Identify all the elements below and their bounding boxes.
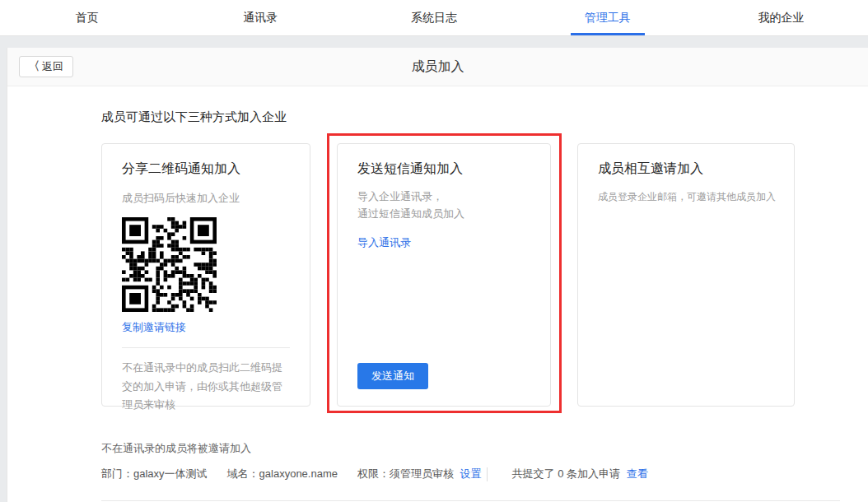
domain-value: galaxyone.name [259, 467, 338, 480]
page-panel: 〈 返回 成员加入 成员可通过以下三种方式加入企业 分享二维码通知加入 成员扫码… [7, 48, 868, 502]
tab-admin-tools-label: 管理工具 [585, 11, 631, 26]
page-header: 〈 返回 成员加入 [7, 48, 868, 86]
settings-link[interactable]: 设置 [460, 467, 482, 481]
qr-card-note: 不在通讯录中的成员扫此二维码提交的加入申请，由你或其他超级管理员来审核 [122, 359, 290, 413]
tab-home[interactable]: 首页 [0, 0, 174, 35]
permission-info: 权限：须管理员审核 设置 [357, 467, 482, 481]
domain-info: 域名：galaxyone.name [227, 467, 338, 481]
tab-my-company[interactable]: 我的企业 [694, 0, 868, 35]
back-button-label: 返回 [42, 59, 63, 74]
chevron-left-icon: 〈 [29, 58, 40, 75]
vertical-separator [487, 467, 488, 481]
main-content: 成员可通过以下三种方式加入企业 分享二维码通知加入 成员扫码后快速加入企业 复制… [7, 86, 868, 501]
footer-note: 不在通讯录的成员将被邀请加入 [101, 441, 852, 456]
qr-card-title: 分享二维码通知加入 [122, 160, 290, 178]
invite-card-title: 成员相互邀请加入 [598, 160, 774, 178]
footer-info-row: 部门：galaxy一体测试 域名：galaxyone.name 权限：须管理员审… [101, 467, 852, 481]
department-label: 部门： [101, 467, 133, 480]
bottom-divider [101, 500, 840, 501]
top-nav: 首页 通讯录 系统日志 管理工具 我的企业 [0, 0, 868, 36]
sms-card-title: 发送短信通知加入 [357, 160, 530, 178]
app-window: 首页 通讯录 系统日志 管理工具 我的企业 〈 返回 成员加入 [0, 0, 868, 502]
qr-card-subtitle: 成员扫码后快速加入企业 [122, 189, 290, 207]
page-title: 成员加入 [7, 48, 868, 86]
card-divider [122, 347, 290, 348]
qr-join-card: 分享二维码通知加入 成员扫码后快速加入企业 复制邀请链接 不在通讯录中的成员扫此… [101, 143, 310, 407]
sms-join-card: 发送短信通知加入 导入企业通讯录， 通过短信通知成员加入 导入通讯录 发送通知 [337, 143, 551, 407]
tab-contacts[interactable]: 通讯录 [174, 0, 348, 35]
sms-desc-line2: 通过短信通知成员加入 [357, 205, 530, 222]
import-contacts-link[interactable]: 导入通讯录 [357, 235, 411, 250]
invite-join-card: 成员相互邀请加入 成员登录企业邮箱，可邀请其他成员加入 [577, 143, 795, 407]
permission-value: 须管理员审核 [390, 467, 454, 480]
tab-system-log[interactable]: 系统日志 [348, 0, 521, 35]
tab-contacts-label: 通讯录 [243, 11, 278, 26]
qr-code [122, 217, 217, 312]
back-button[interactable]: 〈 返回 [19, 56, 73, 77]
sms-card-desc: 导入企业通讯录， 通过短信通知成员加入 [357, 188, 530, 223]
permission-label: 权限： [357, 467, 390, 480]
invite-card-subtitle: 成员登录企业邮箱，可邀请其他成员加入 [598, 189, 774, 206]
tab-system-log-label: 系统日志 [411, 11, 457, 26]
send-notification-button[interactable]: 发送通知 [357, 363, 428, 389]
sms-card-highlight-wrap: 发送短信通知加入 导入企业通讯录， 通过短信通知成员加入 导入通讯录 发送通知 [337, 143, 551, 407]
tab-home-label: 首页 [75, 11, 98, 26]
department-value: galaxy一体测试 [133, 467, 208, 480]
submitted-text: 共提交了 0 条加入申请 [512, 467, 620, 480]
tab-my-company-label: 我的企业 [758, 11, 805, 26]
section-heading: 成员可通过以下三种方式加入企业 [101, 109, 852, 125]
submitted-info: 共提交了 0 条加入申请 查看 [512, 467, 648, 481]
department-info: 部门：galaxy一体测试 [101, 467, 208, 481]
tab-admin-tools[interactable]: 管理工具 [520, 0, 694, 35]
active-tab-underline [571, 33, 645, 35]
join-method-cards: 分享二维码通知加入 成员扫码后快速加入企业 复制邀请链接 不在通讯录中的成员扫此… [101, 143, 852, 407]
sms-desc-line1: 导入企业通讯录， [357, 188, 530, 205]
view-applications-link[interactable]: 查看 [627, 467, 648, 481]
domain-label: 域名： [227, 467, 259, 480]
copy-invite-link[interactable]: 复制邀请链接 [122, 320, 186, 335]
